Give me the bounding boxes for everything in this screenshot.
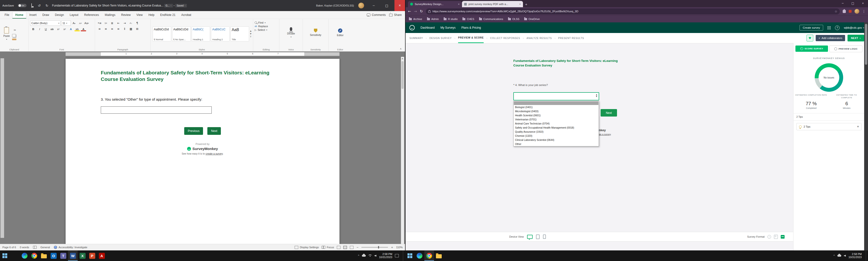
dropdown-option[interactable]: Health Scientist (0601) <box>514 113 599 117</box>
tips-accordion[interactable]: 2 Tips ▼ <box>796 123 862 130</box>
tray-expand-button[interactable]: ^ <box>834 254 835 257</box>
tab-mailings[interactable]: Mailings <box>102 12 118 18</box>
align-right-button[interactable]: ≡ <box>109 26 115 31</box>
nav-my-surveys[interactable]: My Surveys <box>440 26 456 29</box>
donate-heart-button[interactable]: ♥ <box>807 35 813 41</box>
copy-button[interactable] <box>12 34 16 37</box>
browser-tab-pdf[interactable]: print survey monkey PDF with a... × <box>462 1 523 7</box>
shrink-font-button[interactable]: A▾ <box>78 21 83 26</box>
tab-help[interactable]: Help <box>146 12 157 18</box>
reload-button[interactable]: ↻ <box>420 9 423 13</box>
change-case-button[interactable]: Aa▾ <box>84 21 89 26</box>
add-collaborators-button[interactable]: +Add collaborators <box>816 35 845 41</box>
show-desktop-button[interactable] <box>866 251 867 261</box>
onedrive-icon[interactable] <box>362 255 366 257</box>
browser-tab-surveymonkey[interactable]: SurveyMonkey Design... × <box>408 1 462 7</box>
align-center-button[interactable]: ≡ <box>103 26 109 31</box>
decrease-indent-button[interactable]: ⇤ <box>116 21 121 26</box>
bookmark-ches[interactable]: CHES <box>462 17 474 21</box>
proofing-icon[interactable] <box>33 246 37 249</box>
dictate-button[interactable]: Dictate ▾ <box>281 21 301 44</box>
onedrive-icon[interactable] <box>837 255 841 257</box>
taskbar-word-active[interactable]: W <box>68 251 78 261</box>
tab-design[interactable]: Design <box>52 12 66 18</box>
taskbar-excel[interactable]: X <box>78 251 87 261</box>
scrollbar-thumb[interactable] <box>865 24 867 65</box>
autosave-toggle[interactable]: On <box>18 4 27 7</box>
bullets-button[interactable]: •≡ <box>97 21 102 26</box>
grow-font-button[interactable]: A▴ <box>71 21 77 26</box>
help-icon[interactable]: ? <box>835 26 840 30</box>
zoom-slider[interactable] <box>362 247 388 248</box>
volume-icon[interactable] <box>374 255 376 257</box>
next-button[interactable]: Next <box>207 127 221 135</box>
justify-button[interactable]: ≡ <box>116 26 121 31</box>
apps-grid-icon[interactable] <box>828 26 831 29</box>
nav-plans-pricing[interactable]: Plans & Pricing <box>461 26 481 29</box>
taskbar-clock[interactable]: 2:58 PM 10/31/2023 <box>379 253 392 259</box>
tab-review[interactable]: Review <box>119 12 133 18</box>
taskbar-acrobat[interactable]: A <box>97 251 106 261</box>
close-tab-icon[interactable]: × <box>458 3 460 5</box>
style-normal[interactable]: AaBbCcDd ¶ Normal <box>153 27 171 41</box>
numbering-button[interactable]: 1≡ <box>103 21 109 26</box>
step-preview-score[interactable]: PREVIEW & SCORE <box>458 33 484 43</box>
scrollbar-thumb[interactable] <box>401 61 404 89</box>
close-button[interactable]: × <box>858 0 868 7</box>
taskbar-chrome[interactable] <box>29 251 39 261</box>
extensions-icon[interactable] <box>843 10 846 13</box>
styles-scroll-down-button[interactable]: ▼ <box>250 33 251 35</box>
extension-icon[interactable] <box>849 10 851 13</box>
saved-status[interactable]: Saved▾ <box>175 4 187 7</box>
dropdown-option[interactable]: Microbiologist (0403) <box>514 109 599 113</box>
step-analyze-results[interactable]: ANALYZE RESULTS <box>527 34 552 43</box>
highlight-color-button[interactable]: ab <box>74 27 80 32</box>
style-heading1[interactable]: AaBbC( Heading 1 <box>192 27 210 41</box>
show-formatting-button[interactable]: ¶ <box>134 21 140 26</box>
superscript-button[interactable]: x2 <box>62 27 67 32</box>
page-scrollbar[interactable] <box>864 23 868 251</box>
bookmark-archive[interactable]: Archive <box>409 17 422 21</box>
zoom-level[interactable]: 110% <box>396 246 403 249</box>
subscript-button[interactable]: x2 <box>56 27 61 32</box>
tab-home[interactable]: Home <box>12 11 26 18</box>
create-survey-link[interactable]: create a survey <box>206 152 223 155</box>
multilevel-list-button[interactable]: ≣ <box>109 21 115 26</box>
text-effects-button[interactable]: A <box>68 27 74 32</box>
word-count[interactable]: 0 words <box>20 246 29 249</box>
taskbar-edge[interactable] <box>415 251 424 261</box>
editor-button[interactable]: Editor <box>330 21 350 44</box>
web-layout-button[interactable] <box>350 246 353 249</box>
survey-next-button[interactable]: Next <box>600 109 617 116</box>
close-tab-icon[interactable]: × <box>519 3 521 5</box>
back-button[interactable]: ← <box>408 9 411 13</box>
taskbar-powerpoint[interactable]: P <box>87 251 97 261</box>
font-color-button[interactable]: A <box>81 27 86 32</box>
comments-button[interactable]: Comments <box>367 13 386 16</box>
style-heading2[interactable]: AaBbCcC Heading 2 <box>211 27 229 41</box>
collapse-ribbon-button[interactable]: ∧ <box>400 47 405 51</box>
next-step-button[interactable]: NEXT› <box>847 35 864 41</box>
maximize-button[interactable]: □ <box>848 0 858 7</box>
dropdown-option[interactable]: Safety and Occupational Health Managemen… <box>514 126 599 130</box>
find-button[interactable]: Find▾ <box>255 21 278 24</box>
surveymonkey-logo-icon[interactable] <box>409 25 415 30</box>
tray-expand-button[interactable]: ^ <box>358 254 359 257</box>
taskbar-teams[interactable]: T <box>58 251 68 261</box>
start-button[interactable] <box>405 251 415 261</box>
tab-endnote[interactable]: EndNote 21 <box>157 12 178 18</box>
tab-view[interactable]: View <box>134 12 145 18</box>
zoom-slider-thumb[interactable] <box>378 246 379 249</box>
taskbar-clock[interactable]: 2:58 PM 10/31/2023 <box>848 253 862 259</box>
dropdown-option[interactable]: Biologist (0401) <box>514 105 599 109</box>
zoom-out-button[interactable]: − <box>356 246 359 249</box>
tab-draw[interactable]: Draw <box>40 12 52 18</box>
step-collect-responses[interactable]: COLLECT RESPONSES <box>490 34 520 43</box>
borders-button[interactable]: ⊞ <box>134 26 140 31</box>
taskbar-explorer[interactable] <box>39 251 49 261</box>
tab-layout[interactable]: Layout <box>67 12 81 18</box>
tab-acrobat[interactable]: Acrobat <box>179 12 194 18</box>
styles-scroll-up-button[interactable]: ▲ <box>250 30 251 32</box>
increase-indent-button[interactable]: ⇥ <box>122 21 128 26</box>
document-page[interactable]: Fundamentals of Laboratory Safety for Sh… <box>66 59 340 244</box>
